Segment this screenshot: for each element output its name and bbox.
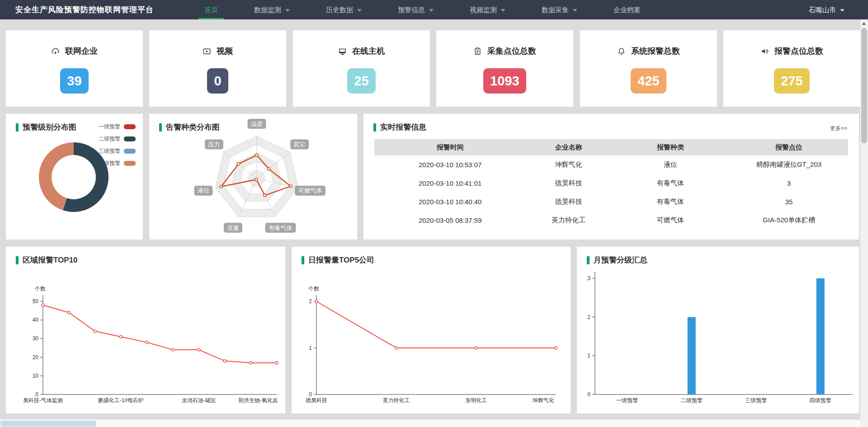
dashboard-screen: 安全生产风险预警防控物联网管理平台 首页 数据监测 历史数据 预警信息 视频监测… [0,0,868,427]
panel-alarm-type-radar: 告警种类分布图 温度其它可燃气体有毒气体流量液位压力 [149,114,357,239]
bell-icon [617,47,626,56]
stat-card-online-hosts: 在线主机 25 [293,30,430,107]
svg-text:2: 2 [309,298,312,305]
realtime-alarm-table: 报警时间 企业名称 报警种类 报警点位 2020-03-10 10:53:07 … [374,139,848,230]
chevron-down-icon [285,9,290,12]
horizontal-scrollbar[interactable] [0,419,860,427]
stat-label: 联网企业 [65,46,98,56]
svg-text:40: 40 [33,317,39,323]
col-header-alarm-point: 报警点位 [730,143,848,152]
stat-card-alarm-points-total: 报警点位总数 275 [723,30,860,107]
horizontal-scrollbar-thumb[interactable] [0,421,96,427]
stat-value-badge: 425 [631,68,666,94]
nav-item-home[interactable]: 首页 [193,0,230,19]
title-accent-bar [373,123,376,131]
app-title: 安全生产风险预警防控物联网管理平台 [15,5,154,15]
chevron-down-icon [429,9,434,12]
legend-swatch [124,124,136,129]
nav-item-data-collection[interactable]: 数据采集 [530,0,589,19]
col-header-enterprise-name: 企业名称 [526,143,611,152]
stat-value-badge: 275 [774,68,809,94]
panel-region-alarm-top10: 区域报警TOP10 01020304050个数昊科技-气体监测鹏盛化工-1#电石… [6,247,285,413]
title-accent-bar [16,123,19,131]
svg-text:压力: 压力 [208,141,220,148]
svg-text:东明化工: 东明化工 [465,397,487,404]
svg-text:其它: 其它 [294,141,306,148]
nav-item-video-monitoring[interactable]: 视频监测 [458,0,517,19]
svg-text:鹏盛化工-1#电石炉: 鹏盛化工-1#电石炉 [98,397,144,404]
panel-title: 预警级别分布图 [16,122,76,132]
nav-item-label: 历史数据 [326,6,353,14]
table-header-row: 报警时间 企业名称 报警种类 报警点位 [374,139,848,155]
cloud-icon [51,47,60,56]
col-header-alarm-type: 报警种类 [611,143,730,152]
chevron-down-icon [357,9,362,12]
stat-value-badge: 39 [60,68,88,94]
table-row: 2020-03-05 08:37:59 英力特化工 可燃气体 GIA-520单体… [374,211,848,230]
legend-item-level1: 一级预警 [99,123,136,131]
chevron-down-icon [501,9,505,12]
stat-label: 视频 [217,46,233,56]
vertical-scrollbar[interactable] [860,19,868,427]
svg-text:英力特化工: 英力特化工 [383,397,410,404]
svg-text:20: 20 [33,354,39,361]
clipboard-icon [473,47,482,56]
svg-text:3: 3 [587,275,590,282]
panel-monthly-alert-summary: 月预警分级汇总 0123一级预警二级预警三级预警四级预警 [577,247,859,413]
chevron-down-icon [840,9,844,12]
stat-label: 在线主机 [352,46,385,56]
svg-text:流量: 流量 [227,225,239,231]
svg-text:0: 0 [309,391,312,398]
daily-alarm-top5-line-chart: 012个数德昊科技英力特化工东明化工坤辉气化 [292,247,571,413]
nav-item-enterprise-archives[interactable]: 企业档案 [602,0,652,19]
svg-text:1: 1 [587,352,590,359]
stat-card-video: 视频 0 [149,30,286,107]
svg-text:30: 30 [33,335,39,342]
svg-text:四级预警: 四级预警 [810,397,831,404]
stat-label: 采集点位总数 [487,46,536,56]
nav-item-label: 预警信息 [398,6,425,14]
panel-daily-alarm-top5: 日报警量TOP5公司 012个数德昊科技英力特化工东明化工坤辉气化 [292,247,571,413]
nav-item-label: 数据采集 [542,6,569,14]
panel-alert-level-pie: 预警级别分布图 一级预警 二级预警 三级预警 四级预警 [6,114,143,239]
nav-item-data-monitoring[interactable]: 数据监测 [242,0,302,19]
monthly-alert-bar-chart: 0123一级预警二级预警三级预警四级预警 [577,247,859,413]
nav-item-label: 视频监测 [470,6,497,14]
nav-item-label: 首页 [204,6,218,14]
svg-text:德昊科技: 德昊科技 [306,397,327,404]
vertical-scrollbar-thumb[interactable] [861,28,867,143]
svg-text:三级预警: 三级预警 [745,397,767,404]
region-selector[interactable]: 石嘴山市 [809,0,844,19]
panel-realtime-alarms: 实时报警信息 更多>> 报警时间 企业名称 报警种类 报警点位 2020-03-… [363,114,859,239]
svg-text:1: 1 [309,345,312,351]
panel-title: 实时报警信息 [373,122,426,132]
nav-item-label: 数据监测 [254,6,281,14]
stat-card-system-alarms-total: 系统报警总数 425 [580,30,717,107]
svg-text:坤辉气化: 坤辉气化 [533,397,554,404]
svg-text:可燃气体: 可燃气体 [298,187,322,194]
stat-value-badge: 1093 [483,68,526,94]
stat-label: 系统报警总数 [631,46,680,56]
svg-text:0: 0 [587,391,590,398]
svg-text:永润石油-罐区: 永润石油-罐区 [182,397,216,404]
svg-text:昊科技-气体监测: 昊科技-气体监测 [23,397,63,404]
table-row: 2020-03-10 10:40:40 德昊科技 有毒气体 35 [374,192,848,211]
table-row: 2020-03-10 10:53:07 坤辉气化 液位 精醇南罐液位GT_203 [374,155,848,174]
stat-value-badge: 0 [207,68,228,94]
svg-text:个数: 个数 [308,286,319,292]
main-menu: 首页 数据监测 历史数据 预警信息 视频监测 数据采集 企业档案 [186,0,659,19]
svg-text:温度: 温度 [251,121,263,127]
more-link[interactable]: 更多>> [830,125,847,132]
video-icon [203,47,211,56]
speaker-icon [760,47,769,56]
nav-item-history-data[interactable]: 历史数据 [314,0,373,19]
region-alarm-top10-line-chart: 01020304050个数昊科技-气体监测鹏盛化工-1#电石炉永润石油-罐区荆洪… [6,247,285,413]
alert-level-donut-chart [6,139,143,216]
svg-text:有毒气体: 有毒气体 [269,225,292,231]
table-row: 2020-03-10 10:41:01 德昊科技 有毒气体 3 [374,174,848,192]
svg-text:二级预警: 二级预警 [681,397,703,404]
alarm-type-radar-chart: 温度其它可燃气体有毒气体流量液位压力 [149,114,357,239]
svg-text:液位: 液位 [198,187,209,194]
scroll-up-arrow-icon[interactable] [860,19,868,27]
nav-item-alert-info[interactable]: 预警信息 [386,0,445,19]
